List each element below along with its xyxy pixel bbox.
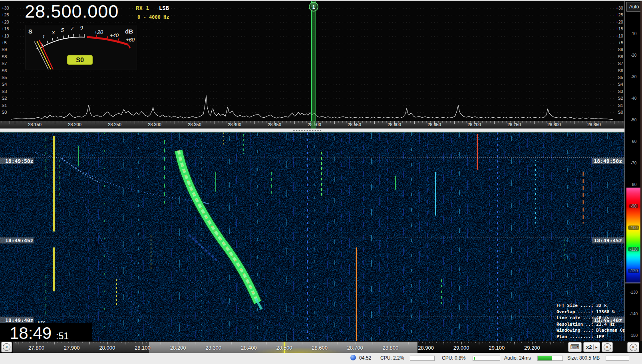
frequency-readout[interactable]: 28.500.000	[25, 1, 119, 22]
rx-number-label: RX 1	[136, 5, 149, 11]
panel-splitter[interactable]	[0, 129, 624, 132]
band-frequency-label: 28.300	[205, 345, 221, 351]
db-value-label: -150	[625, 333, 642, 338]
band-frequency-label: 29.100	[489, 345, 505, 351]
axis-frequency-label: 28.550	[348, 122, 361, 127]
db-scale-label: +15	[616, 26, 623, 32]
axis-frequency-label: 28.800	[547, 122, 561, 127]
elapsed-time: 04:52	[359, 355, 371, 361]
db-scale-column: Auto -10-20-30-40-50-60-70-80-90-100-110…	[624, 0, 642, 341]
fast-forward-icon: »	[604, 343, 611, 351]
db-value-label: -50	[625, 117, 642, 123]
db-scale-label: S9	[2, 47, 7, 52]
scroll-left-button[interactable]: «	[1, 342, 12, 352]
db-value-label: -40	[625, 96, 642, 101]
svg-text:+40: +40	[110, 32, 119, 38]
marker-number: 1	[312, 4, 315, 10]
dropdown-arrow-icon[interactable]: ▸	[593, 344, 597, 350]
cpu1-stat: CPU: 2.2%	[380, 355, 404, 361]
frequency-scale-bar[interactable]: « 27.80027.90028.00028.10028.20028.30028…	[0, 341, 642, 353]
smeter-s-label: S	[28, 28, 32, 35]
waterfall-resume-button[interactable]: »	[627, 342, 639, 352]
db-scale-label: S1	[618, 103, 623, 108]
waterfall-display[interactable]	[0, 132, 624, 341]
axis-frequency-label: 28.400	[228, 122, 241, 127]
db-value-label: -100	[625, 225, 642, 230]
svg-text:+20: +20	[94, 29, 103, 35]
svg-text:1: 1	[42, 34, 45, 40]
zoom-x2-button[interactable]: x2 ▸	[583, 342, 600, 352]
receiver-info: RX 1 LSB	[136, 5, 169, 11]
scroll-right-button[interactable]: »	[602, 342, 613, 352]
buffer-size-stat: Size: 800.5 MB	[567, 355, 600, 361]
cpu2-stat: CPU: 0.8%	[442, 355, 465, 361]
rewind-icon: «	[3, 343, 10, 351]
fast-forward-icon: »	[630, 344, 637, 351]
db-scale-label: +5	[618, 40, 623, 46]
db-scale-label: +25	[616, 12, 623, 18]
s-meter: S dB 1 3 5 7 9 +20 +40 +60 S0	[25, 25, 137, 69]
db-scale-label: +5	[2, 40, 7, 46]
db-value-label: -130	[625, 290, 642, 295]
axis-frequency-label: 28.650	[427, 122, 441, 127]
db-value-label: -120	[625, 268, 642, 273]
mode-label[interactable]: LSB	[159, 5, 169, 11]
db-scale-label: S5	[618, 75, 623, 80]
cpu1-meter	[410, 356, 435, 361]
band-frequency-label: 27.900	[64, 345, 80, 351]
clock-seconds: :51	[56, 331, 69, 342]
db-scale-label: +10	[2, 34, 9, 39]
db-value-label: -80	[625, 182, 642, 187]
spectrum-db-scale-right: +30+25+20+15+10+5S9S8S7S6S5S4S3S2S1S0	[613, 0, 624, 122]
axis-frequency-label: 28.700	[467, 122, 481, 127]
timestamp-left: 18:49:40z	[0, 317, 34, 323]
fft-info-line: Overlap .....: 13568 %	[557, 309, 628, 315]
splitter-grip-dots	[293, 130, 321, 131]
db-scale-label: +25	[2, 12, 9, 18]
band-frequency-label: 28.900	[418, 345, 434, 351]
band-frequency-label: 28.600	[312, 345, 328, 351]
db-scale-label: S8	[2, 54, 7, 59]
audio-latency-stat: Audio: 24ms	[504, 355, 531, 361]
fft-info-line: Plan ........: IPP	[557, 334, 628, 340]
db-scale-label: S8	[618, 54, 623, 59]
timestamp-right: 18:49:45z	[592, 237, 624, 243]
axis-frequency-label: 28.200	[68, 122, 81, 127]
band-frequency-label: 29.200	[524, 345, 540, 351]
db-scale-label: S5	[2, 75, 7, 80]
axis-frequency-label: 28.750	[507, 122, 521, 127]
svg-text:7: 7	[70, 26, 74, 32]
timestamp-right: 18:49:50z	[592, 158, 624, 164]
db-scale-label: S7	[618, 61, 623, 66]
db-scale-label: S9	[618, 47, 623, 52]
globe-icon	[350, 355, 356, 360]
axis-frequency-label: 28.250	[108, 122, 121, 127]
audio-buffer-meter	[537, 356, 563, 361]
db-value-label: -90	[625, 204, 642, 209]
clock-hours-minutes: 18:49	[10, 324, 52, 343]
window-top-edge	[0, 0, 642, 1]
tuning-marker[interactable]: 1	[309, 1, 318, 122]
axis-frequency-label: 28.850	[587, 122, 601, 127]
smeter-value-badge: S0	[67, 55, 93, 65]
smeter-db-label: dB	[125, 28, 133, 35]
timestamp-left: 18:49:45z	[0, 237, 34, 243]
band-scale[interactable]: 27.80027.90028.00028.10028.20028.30028.4…	[13, 342, 564, 353]
cpu2-meter	[473, 356, 500, 361]
svg-text:S0: S0	[76, 57, 84, 63]
db-scale-label: S0	[618, 110, 623, 115]
fft-info-line: Windowing ...: Blackman Opt	[557, 327, 628, 334]
zoom-level-label: x2	[586, 344, 592, 350]
auto-range-button[interactable]: Auto	[626, 2, 642, 12]
band-frequency-label: 28.100	[135, 345, 151, 351]
db-value-label: -30	[625, 74, 642, 79]
svg-text:5: 5	[61, 27, 64, 33]
keyboard-icon: ⌨	[570, 343, 579, 351]
axis-frequency-label: 28.450	[268, 122, 281, 127]
keyboard-entry-button[interactable]: ⌨	[568, 342, 582, 352]
db-scale-label: S3	[618, 89, 623, 94]
axis-frequency-label: 28.150	[28, 122, 42, 127]
axis-frequency-label: 28.300	[148, 122, 161, 127]
db-value-label: -110	[625, 247, 642, 252]
db-scale-label: +20	[2, 20, 9, 25]
